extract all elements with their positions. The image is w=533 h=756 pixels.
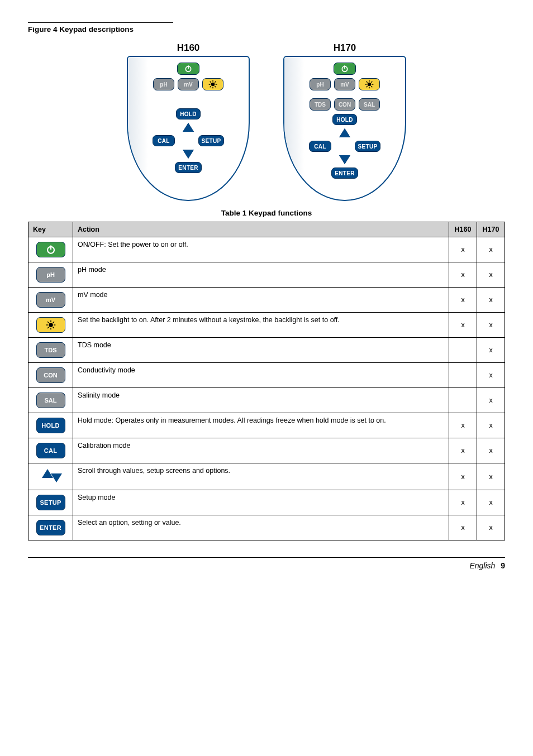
ph-key: pH — [310, 78, 331, 90]
cell-key: TDS — [28, 338, 73, 363]
svg-line-18 — [367, 82, 368, 83]
cell-h170: x — [477, 313, 505, 338]
cell-action: Setup mode — [73, 490, 449, 515]
cell-key: SETUP — [28, 490, 73, 515]
con-key: CON — [334, 98, 355, 111]
ph-key: pH — [36, 267, 65, 283]
svg-line-31 — [47, 327, 49, 328]
cell-action: Select an option, setting or value. — [73, 515, 449, 540]
cell-h160 — [449, 388, 477, 413]
enter-key: ENTER — [175, 162, 202, 173]
keypad-h160: H160 pH mV HOLD CAL SETUP — [127, 42, 250, 201]
enter-key: ENTER — [331, 168, 358, 179]
cell-h160: x — [449, 463, 477, 490]
cell-action: pH mode — [73, 262, 449, 288]
table-row: pHpH modexx — [28, 262, 505, 288]
table-row: SETUPSetup modexx — [28, 490, 505, 515]
cell-h160: x — [449, 237, 477, 262]
keypad-shine — [128, 57, 148, 200]
cell-key — [28, 463, 73, 490]
svg-point-13 — [368, 83, 370, 85]
cell-action: Salinity mode — [73, 388, 449, 413]
cell-h170: x — [477, 388, 505, 413]
svg-point-2 — [211, 83, 214, 85]
cell-h170: x — [477, 262, 505, 288]
keypad-shine — [284, 57, 304, 200]
cell-action: Hold mode: Operates only in measurement … — [73, 413, 449, 438]
header-rule — [28, 22, 173, 23]
keypad-h170-body: pH mV TDS CON SAL HOLD CAL SETUP ENTE — [283, 56, 406, 201]
enter-key: ENTER — [36, 520, 65, 535]
cell-key: CON — [28, 363, 73, 388]
cell-h170: x — [477, 515, 505, 540]
svg-line-21 — [371, 82, 372, 83]
cell-h160: x — [449, 413, 477, 438]
arrow-up-down-icon — [40, 468, 62, 484]
mv-key: mV — [36, 292, 65, 308]
hold-key: HOLD — [176, 108, 201, 119]
backlight-icon — [359, 78, 380, 90]
table-row: Scroll through values, setup screens and… — [28, 463, 505, 490]
power-icon — [334, 63, 356, 75]
tds-key: TDS — [36, 342, 65, 358]
cal-key: CAL — [309, 141, 331, 152]
cell-h170: x — [477, 338, 505, 363]
table-row: ON/OFF: Set the power to on or off.xx — [28, 237, 505, 262]
svg-line-32 — [53, 322, 54, 323]
cell-h160: x — [449, 262, 477, 288]
table-row: CALCalibration modexx — [28, 438, 505, 463]
con-key: CON — [36, 367, 65, 383]
table-row: TDSTDS modex — [28, 338, 505, 363]
figure-caption: Figure 4 Keypad descriptions — [28, 25, 505, 34]
svg-point-24 — [49, 323, 53, 327]
arrow-up-icon — [183, 123, 194, 132]
sal-key: SAL — [359, 98, 380, 111]
cell-action: Scroll through values, setup screens and… — [73, 463, 449, 490]
arrow-down-icon — [339, 155, 350, 164]
cell-h170: x — [477, 490, 505, 515]
power-icon — [36, 242, 65, 257]
cell-h170: x — [477, 237, 505, 262]
mv-key: mV — [178, 78, 199, 90]
table-row: HOLDHold mode: Operates only in measurem… — [28, 413, 505, 438]
setup-key: SETUP — [355, 141, 380, 152]
svg-line-9 — [210, 86, 211, 87]
table-caption: Table 1 Keypad functions — [28, 209, 505, 217]
cell-key: pH — [28, 262, 73, 288]
keypad-h170-title: H170 — [334, 42, 356, 54]
cell-h160 — [449, 338, 477, 363]
svg-line-30 — [53, 327, 54, 328]
power-icon — [177, 63, 199, 75]
arrow-down-icon — [183, 150, 194, 159]
table-row: SALSalinity modex — [28, 388, 505, 413]
table-row: CONConductivity modex — [28, 363, 505, 388]
tds-key: TDS — [310, 98, 331, 111]
backlight-icon — [202, 78, 223, 90]
th-h170: H170 — [477, 222, 505, 237]
cell-h170: x — [477, 463, 505, 490]
table-row: ENTERSelect an option, setting or value.… — [28, 515, 505, 540]
page-footer: English 9 — [28, 557, 505, 570]
cell-h170: x — [477, 438, 505, 463]
cell-key: CAL — [28, 438, 73, 463]
svg-line-10 — [215, 82, 216, 83]
sal-key: SAL — [36, 393, 65, 408]
cell-h160: x — [449, 313, 477, 338]
svg-line-29 — [47, 322, 49, 323]
table-row: Set the backlight to on. After 2 minutes… — [28, 313, 505, 338]
cal-key: CAL — [36, 443, 65, 458]
cell-action: ON/OFF: Set the power to on or off. — [73, 237, 449, 262]
setup-key: SETUP — [36, 495, 65, 510]
svg-line-8 — [215, 86, 216, 87]
cell-h160: x — [449, 515, 477, 540]
cell-h170: x — [477, 363, 505, 388]
cell-h160: x — [449, 490, 477, 515]
backlight-icon — [36, 317, 65, 333]
cell-action: TDS mode — [73, 338, 449, 363]
cell-action: Calibration mode — [73, 438, 449, 463]
cell-action: mV mode — [73, 288, 449, 313]
keypad-functions-table: Key Action H160 H170 ON/OFF: Set the pow… — [28, 222, 505, 540]
cell-h160: x — [449, 438, 477, 463]
keypad-h170: H170 pH mV TDS CON SAL HOLD — [283, 42, 406, 201]
th-key: Key — [28, 222, 73, 237]
